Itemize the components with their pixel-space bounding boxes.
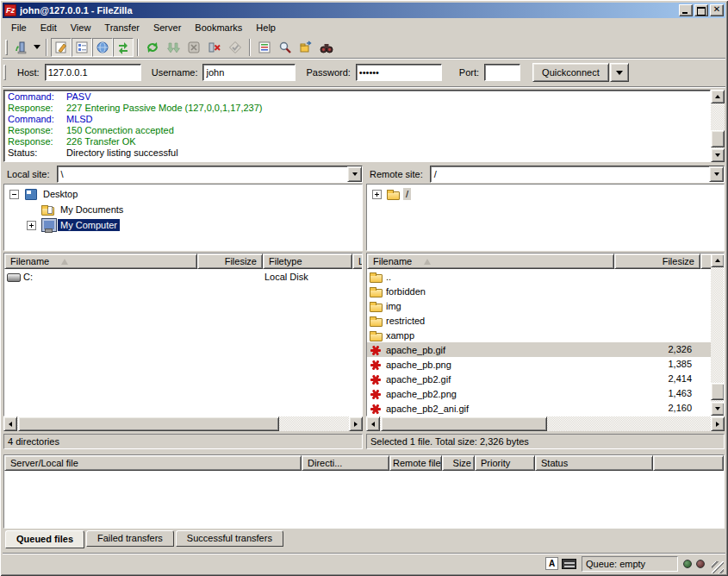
site-manager-dropdown[interactable] xyxy=(31,38,42,57)
file-row[interactable]: apache_pb.gif 2,326 xyxy=(367,342,711,357)
file-search-button[interactable] xyxy=(275,38,296,57)
toolbar-gripper[interactable] xyxy=(5,40,8,55)
port-input[interactable] xyxy=(484,64,520,81)
file-name: apache_pb.gif xyxy=(386,345,445,355)
remote-list-scrollbar[interactable] xyxy=(711,254,725,416)
column-header-lastmodified[interactable]: L xyxy=(352,254,363,269)
directory-comparison-button[interactable] xyxy=(296,38,316,57)
scroll-right-button[interactable] xyxy=(349,416,363,431)
remote-site-dropdown[interactable] xyxy=(709,166,724,182)
menu-item[interactable]: Help xyxy=(249,21,283,34)
column-header-filename[interactable]: Filename xyxy=(4,254,197,269)
file-icon xyxy=(369,270,384,284)
column-header-filetype[interactable]: Filetype xyxy=(263,254,352,269)
scroll-down-button[interactable] xyxy=(711,148,725,162)
file-row[interactable]: apache_pb2_ani.gif 2,160 xyxy=(367,401,711,416)
menu-item[interactable]: File xyxy=(4,21,34,34)
file-row[interactable]: img xyxy=(367,298,711,313)
scroll-thumb[interactable] xyxy=(18,416,279,431)
username-input[interactable] xyxy=(202,64,296,81)
remote-site-value: / xyxy=(431,166,709,182)
process-queue-button[interactable] xyxy=(163,38,184,57)
column-header-remote-file[interactable]: Remote file xyxy=(389,455,442,471)
scroll-down-button[interactable] xyxy=(711,402,725,416)
menu-item[interactable]: Transfer xyxy=(97,21,146,34)
refresh-button[interactable] xyxy=(142,38,163,57)
tree-item[interactable]: / xyxy=(367,186,724,202)
file-row[interactable]: restricted xyxy=(367,313,711,328)
queue-empty-area[interactable] xyxy=(4,471,724,528)
column-header-filesize[interactable]: Filesize xyxy=(197,254,263,269)
menu-item[interactable]: Bookmarks xyxy=(188,21,249,34)
filter-button[interactable] xyxy=(254,38,275,57)
menu-item[interactable]: Edit xyxy=(34,21,64,34)
scroll-left-button[interactable] xyxy=(3,416,17,431)
message-log[interactable]: Command: PASV Response: 227 Entering Pas… xyxy=(3,90,711,162)
minimize-button[interactable] xyxy=(679,4,693,16)
resize-grip[interactable] xyxy=(712,561,724,573)
tree-item[interactable]: My Documents xyxy=(4,202,362,217)
toggle-transfer-queue-button[interactable] xyxy=(113,38,134,57)
titlebar[interactable]: Fz john@127.0.0.1 - FileZilla xyxy=(3,3,725,18)
disconnect-button[interactable] xyxy=(204,38,225,57)
activity-led-green xyxy=(683,560,692,568)
synchronized-browsing-button[interactable] xyxy=(316,38,337,57)
column-header-size[interactable]: Size xyxy=(442,455,475,471)
site-manager-button[interactable] xyxy=(10,38,31,57)
reconnect-button[interactable] xyxy=(225,38,246,57)
local-list-hscrollbar[interactable] xyxy=(3,416,363,431)
scroll-right-button[interactable] xyxy=(711,416,725,431)
scroll-left-button[interactable] xyxy=(366,416,380,431)
menu-item[interactable]: Server xyxy=(146,21,188,34)
column-header-priority[interactable]: Priority xyxy=(475,455,535,471)
menu-item[interactable]: View xyxy=(64,21,98,34)
menu-bar: FileEditViewTransferServerBookmarksHelp xyxy=(3,19,725,36)
tree-expander[interactable] xyxy=(27,205,36,215)
file-row[interactable]: xampp xyxy=(367,328,711,342)
file-row[interactable]: apache_pb2.png 1,463 xyxy=(367,386,711,401)
host-input[interactable] xyxy=(45,64,141,81)
tree-expander[interactable] xyxy=(9,190,19,199)
toggle-remote-tree-button[interactable] xyxy=(92,38,113,57)
tree-item[interactable]: My Computer xyxy=(4,217,362,233)
password-input[interactable] xyxy=(356,64,442,81)
quickconnect-dropdown[interactable] xyxy=(610,63,629,82)
scroll-up-button[interactable] xyxy=(711,90,725,103)
file-row[interactable]: apache_pb2.gif 2,414 xyxy=(367,372,711,386)
tree-expander[interactable] xyxy=(27,221,36,230)
column-header-filename[interactable]: Filename xyxy=(367,254,614,269)
remote-site-combobox[interactable]: / xyxy=(430,166,725,183)
local-site-combobox[interactable]: \ xyxy=(57,166,363,183)
column-header-status[interactable]: Status xyxy=(535,455,653,471)
toggle-local-tree-button[interactable] xyxy=(72,38,92,57)
file-row[interactable]: .. xyxy=(367,269,711,284)
log-line-type: Response: xyxy=(4,125,66,136)
file-row[interactable]: apache_pb.png 1,385 xyxy=(367,357,711,372)
column-header-server-local-file[interactable]: Server/Local file xyxy=(4,455,302,471)
queue-tab[interactable]: Queued files xyxy=(5,530,84,548)
close-button[interactable] xyxy=(710,4,724,16)
scroll-thumb[interactable] xyxy=(711,383,725,400)
scroll-up-button[interactable] xyxy=(711,254,725,267)
arrow-down-icon xyxy=(715,407,720,410)
local-site-dropdown[interactable] xyxy=(347,166,362,182)
local-site-value: \ xyxy=(58,166,347,182)
tree-item[interactable]: Desktop xyxy=(4,186,362,202)
scroll-thumb[interactable] xyxy=(381,416,547,431)
file-row[interactable]: forbidden xyxy=(367,284,711,298)
tree-expander[interactable] xyxy=(372,190,382,199)
queue-tab[interactable]: Failed transfers xyxy=(86,530,174,547)
queue-tab[interactable]: Successful transfers xyxy=(176,530,283,547)
column-header-filesize[interactable]: Filesize xyxy=(614,254,700,269)
chevron-down-icon xyxy=(616,71,623,75)
toggle-message-log-button[interactable] xyxy=(51,38,72,57)
file-row[interactable]: C: Local Disk xyxy=(4,269,362,284)
maximize-button[interactable] xyxy=(694,4,708,16)
cancel-operation-button[interactable] xyxy=(184,38,204,57)
log-scrollbar[interactable] xyxy=(711,90,725,162)
quickconnect-button[interactable]: Quickconnect xyxy=(532,63,609,82)
remote-list-hscrollbar[interactable] xyxy=(366,416,725,431)
quickconnect-gripper[interactable] xyxy=(3,65,6,80)
column-header-direction[interactable]: Directi... xyxy=(302,455,389,471)
scroll-thumb[interactable] xyxy=(711,130,725,147)
